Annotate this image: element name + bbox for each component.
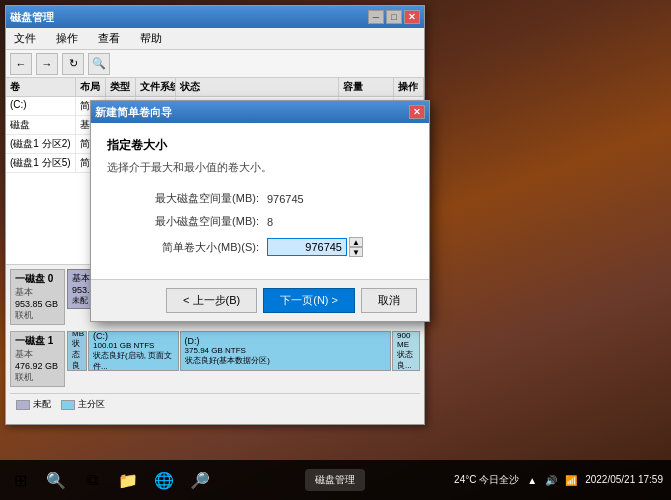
taskbar: ⊞ 🔍 ⧉ 📁 🌐 🔎 磁盘管理 24°C 今日全沙 ▲ 🔊 📶 2022/05… [0,460,671,500]
disk-1-row: 一磁盘 1 基本 476.92 GB 联机 100 MB 状态良好 (C:) 1… [10,331,420,387]
disk-0-size: 953.85 GB [15,299,60,309]
toolbar-forward[interactable]: → [36,53,58,75]
wizard-section-title: 指定卷大小 [107,137,413,154]
taskbar-active-app[interactable]: 磁盘管理 [305,469,365,491]
legend-primary-label: 主分区 [78,398,105,411]
wizard-size-input[interactable] [267,238,347,256]
maximize-button[interactable]: □ [386,10,402,24]
disk-0-type: 基本 [15,286,60,299]
search-icon[interactable]: 🔍 [40,464,72,496]
col-fs: 文件系统 [136,78,176,96]
col-volume: 卷 [6,78,76,96]
wizard-dialog: 新建简单卷向导 ✕ 指定卷大小 选择介于最大和最小值的卷大小。 最大磁盘空间量(… [90,100,430,322]
disk-1-name: 一磁盘 1 [15,334,60,348]
weather-info: 24°C 今日全沙 [454,473,519,487]
wizard-section-subtitle: 选择介于最大和最小值的卷大小。 [107,160,413,175]
col-status: 状态 [176,78,339,96]
taskbar-clock[interactable]: 2022/05/21 17:59 [585,473,663,487]
toolbar-search[interactable]: 🔍 [88,53,110,75]
taskbar-apps: 磁盘管理 [216,469,454,491]
wizard-min-value: 8 [267,216,413,228]
col-layout: 布局 [76,78,106,96]
disk-legend: 未配 主分区 [10,393,420,415]
disk-1-label: 一磁盘 1 基本 476.92 GB 联机 [10,331,65,387]
wizard-footer: < 上一步(B) 下一页(N) > 取消 [91,279,429,321]
wizard-spin-buttons: ▲ ▼ [349,237,363,257]
menu-bar: 文件 操作 查看 帮助 [6,28,424,50]
menu-file[interactable]: 文件 [10,29,40,48]
start-button[interactable]: ⊞ [4,464,36,496]
disk-1-efi[interactable]: 100 MB 状态良好 [67,331,87,371]
desktop: 磁盘管理 ─ □ ✕ 文件 操作 查看 帮助 ← → ↻ 🔍 卷 [0,0,671,500]
table-header: 卷 布局 类型 文件系统 状态 容量 操作 [6,78,424,97]
task-view-icon[interactable]: ⧉ [76,464,108,496]
disk-1-mode: 联机 [15,371,60,384]
taskbar-app-label: 磁盘管理 [315,473,355,487]
legend-unallocated: 未配 [16,398,51,411]
wizard-input-wrapper: ▲ ▼ [267,237,363,257]
spin-down-button[interactable]: ▼ [349,247,363,257]
wizard-prev-button[interactable]: < 上一步(B) [166,288,257,313]
taskbar-right: 24°C 今日全沙 ▲ 🔊 📶 2022/05/21 17:59 [454,473,671,487]
taskbar-left: ⊞ 🔍 ⧉ 📁 🌐 🔎 [0,464,216,496]
disk-1-c-drive[interactable]: (C:) 100.01 GB NTFS 状态良好(启动, 页面文件... [88,331,179,371]
disk-0-mode: 联机 [15,309,60,322]
wizard-max-value: 976745 [267,193,413,205]
wizard-cancel-button[interactable]: 取消 [361,288,417,313]
chrome-icon[interactable]: 🌐 [148,464,180,496]
wizard-size-label: 简单卷大小(MB)(S): [107,240,267,255]
disk-1-partitions: 100 MB 状态良好 (C:) 100.01 GB NTFS 状态良好(启动,… [67,331,420,371]
file-explorer-icon[interactable]: 📁 [112,464,144,496]
toolbar-refresh[interactable]: ↻ [62,53,84,75]
wizard-min-label: 最小磁盘空间量(MB): [107,214,267,229]
clock-datetime: 2022/05/21 17:59 [585,473,663,487]
finder-icon[interactable]: 🔎 [184,464,216,496]
toolbar: ← → ↻ 🔍 [6,50,424,78]
wizard-field-min: 最小磁盘空间量(MB): 8 [107,214,413,229]
wizard-close-button[interactable]: ✕ [409,105,425,119]
window-titlebar: 磁盘管理 ─ □ ✕ [6,6,424,28]
disk-1-size: 476.92 GB [15,361,60,371]
col-capacity: 容量 [339,78,394,96]
menu-view[interactable]: 查看 [94,29,124,48]
disk-1-d-drive[interactable]: (D:) 375.94 GB NTFS 状态良好(基本数据分区) [180,331,391,371]
col-action: 操作 [394,78,424,96]
disk-1-recovery[interactable]: 900 ME 状态良... [392,331,420,371]
wizard-max-label: 最大磁盘空间量(MB): [107,191,267,206]
toolbar-back[interactable]: ← [10,53,32,75]
wizard-body: 指定卷大小 选择介于最大和最小值的卷大小。 最大磁盘空间量(MB): 97674… [91,123,429,279]
legend-unallocated-label: 未配 [33,398,51,411]
col-type: 类型 [106,78,136,96]
minimize-button[interactable]: ─ [368,10,384,24]
close-button[interactable]: ✕ [404,10,420,24]
window-title: 磁盘管理 [10,10,54,25]
legend-primary-box [61,400,75,410]
wizard-title: 新建简单卷向导 [95,105,172,120]
legend-unallocated-box [16,400,30,410]
disk-0-label: 一磁盘 0 基本 953.85 GB 联机 [10,269,65,325]
disk-0-name: 一磁盘 0 [15,272,60,286]
wizard-titlebar: 新建简单卷向导 ✕ [91,101,429,123]
legend-primary: 主分区 [61,398,105,411]
volume-icon[interactable]: 🔊 [545,475,557,486]
spin-up-button[interactable]: ▲ [349,237,363,247]
wizard-next-button[interactable]: 下一页(N) > [263,288,355,313]
menu-action[interactable]: 操作 [52,29,82,48]
wizard-field-size: 简单卷大小(MB)(S): ▲ ▼ [107,237,413,257]
network-icon[interactable]: 📶 [565,475,577,486]
window-controls: ─ □ ✕ [368,10,420,24]
disk-1-type: 基本 [15,348,60,361]
tray-chevron[interactable]: ▲ [527,475,537,486]
menu-help[interactable]: 帮助 [136,29,166,48]
wizard-field-max: 最大磁盘空间量(MB): 976745 [107,191,413,206]
